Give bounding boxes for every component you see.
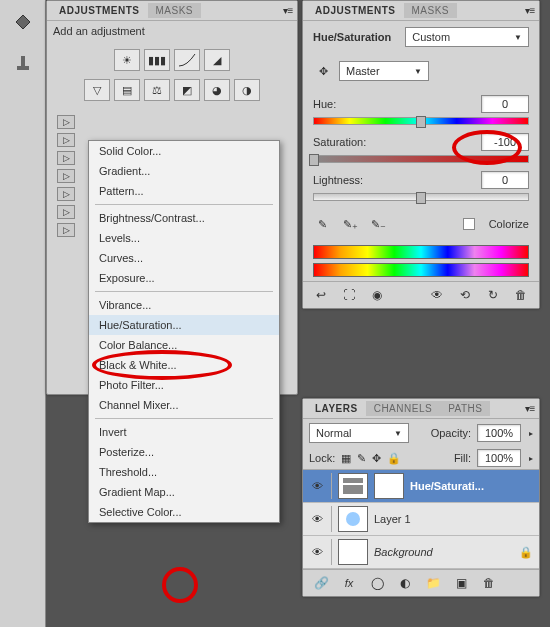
reset-default-icon[interactable]: ↻ (483, 286, 503, 304)
reset-previous-icon[interactable]: ⟲ (455, 286, 475, 304)
lock-all-icon[interactable]: 🔒 (387, 452, 401, 465)
adj-colorbalance-icon[interactable]: ⚖ (144, 79, 170, 101)
preset-expand-4[interactable]: ▷ (57, 169, 75, 183)
menu-item[interactable]: Solid Color... (89, 141, 279, 161)
adj-bw-icon[interactable]: ◩ (174, 79, 200, 101)
fill-stepper-icon[interactable]: ▸ (529, 454, 533, 463)
tab-masks-left[interactable]: MASKS (148, 3, 202, 18)
new-adjustment-layer-menu: Solid Color...Gradient...Pattern...Brigh… (88, 140, 280, 523)
panel-menu-icon-right[interactable]: ▾≡ (521, 2, 539, 20)
opacity-stepper-icon[interactable]: ▸ (529, 429, 533, 438)
opacity-label: Opacity: (431, 427, 471, 439)
adj-curves-icon[interactable] (174, 49, 200, 71)
preset-expand-2[interactable]: ▷ (57, 133, 75, 147)
layers-panel-menu-icon[interactable]: ▾≡ (521, 400, 539, 418)
layer-name[interactable]: Background (374, 546, 433, 558)
expand-view-icon[interactable]: ⛶ (339, 286, 359, 304)
layer-row[interactable]: 👁Background🔒 (303, 536, 539, 569)
tab-adjustments-right[interactable]: ADJUSTMENTS (307, 3, 404, 18)
add-mask-icon[interactable]: ◯ (367, 574, 387, 592)
fill-value[interactable]: 100% (477, 449, 521, 467)
tab-layers[interactable]: LAYERS (307, 401, 366, 416)
saturation-value[interactable]: -100 (481, 133, 529, 151)
preset-expand-6[interactable]: ▷ (57, 205, 75, 219)
menu-item[interactable]: Levels... (89, 228, 279, 248)
lock-position-icon[interactable]: ✥ (372, 452, 381, 465)
layer-thumbnail (338, 506, 368, 532)
layer-fx-icon[interactable]: fx (339, 574, 359, 592)
preset-expand-5[interactable]: ▷ (57, 187, 75, 201)
visibility-toggle-icon[interactable]: 👁 (309, 511, 325, 527)
tab-masks-right[interactable]: MASKS (404, 3, 458, 18)
tab-channels[interactable]: CHANNELS (366, 401, 440, 416)
menu-item[interactable]: Photo Filter... (89, 375, 279, 395)
lightness-slider[interactable] (313, 193, 529, 201)
menu-item[interactable]: Posterize... (89, 442, 279, 462)
delete-layer-icon[interactable]: 🗑 (479, 574, 499, 592)
menu-item[interactable]: Channel Mixer... (89, 395, 279, 415)
new-group-icon[interactable]: 📁 (423, 574, 443, 592)
return-icon[interactable]: ↩ (311, 286, 331, 304)
layer-name[interactable]: Layer 1 (374, 513, 411, 525)
visibility-toggle-icon[interactable]: 👁 (309, 544, 325, 560)
hue-label: Hue: (313, 98, 475, 110)
menu-item[interactable]: Gradient Map... (89, 482, 279, 502)
colorize-checkbox[interactable] (463, 218, 475, 230)
hue-value[interactable]: 0 (481, 95, 529, 113)
opacity-value[interactable]: 100% (477, 424, 521, 442)
chevron-down-icon: ▼ (514, 33, 522, 42)
clip-to-layer-icon[interactable]: ◉ (367, 286, 387, 304)
chevron-down-icon: ▼ (394, 429, 402, 438)
lightness-value[interactable]: 0 (481, 171, 529, 189)
menu-item[interactable]: Pattern... (89, 181, 279, 201)
delete-adjustment-icon[interactable]: 🗑 (511, 286, 531, 304)
adj-huesaturation-icon[interactable]: ▤ (114, 79, 140, 101)
eyedropper-add-icon[interactable]: ✎₊ (341, 215, 359, 233)
menu-item[interactable]: Color Balance... (89, 335, 279, 355)
adj-levels-icon[interactable]: ▮▮▮ (144, 49, 170, 71)
tool-stamp-icon[interactable] (5, 44, 41, 80)
lock-image-icon[interactable]: ✎ (357, 452, 366, 465)
menu-item[interactable]: Exposure... (89, 268, 279, 288)
preset-expand-1[interactable]: ▷ (57, 115, 75, 129)
adj-exposure-icon[interactable]: ◢ (204, 49, 230, 71)
adj-channelmixer-icon[interactable]: ◑ (234, 79, 260, 101)
layer-row[interactable]: 👁Layer 1 (303, 503, 539, 536)
tool-fill-icon[interactable] (5, 4, 41, 40)
eyedropper-icon[interactable]: ✎ (313, 215, 331, 233)
adj-photofilter-icon[interactable]: ◕ (204, 79, 230, 101)
visibility-toggle-icon[interactable]: 👁 (309, 478, 325, 494)
adj-vibrance-icon[interactable]: ▽ (84, 79, 110, 101)
adjustments-subtitle: Add an adjustment (47, 21, 297, 41)
menu-item[interactable]: Curves... (89, 248, 279, 268)
targeted-adjustment-icon[interactable]: ✥ (313, 65, 333, 78)
tab-paths[interactable]: PATHS (440, 401, 490, 416)
menu-item[interactable]: Black & White... (89, 355, 279, 375)
tab-adjustments-left[interactable]: ADJUSTMENTS (51, 3, 148, 18)
hue-slider[interactable] (313, 117, 529, 125)
preset-expand-7[interactable]: ▷ (57, 223, 75, 237)
menu-item[interactable]: Threshold... (89, 462, 279, 482)
menu-item[interactable]: Hue/Saturation... (89, 315, 279, 335)
new-layer-icon[interactable]: ▣ (451, 574, 471, 592)
toggle-visibility-icon[interactable]: 👁 (427, 286, 447, 304)
adj-brightness-icon[interactable]: ☀ (114, 49, 140, 71)
menu-item[interactable]: Brightness/Contrast... (89, 208, 279, 228)
preset-dropdown[interactable]: Custom ▼ (405, 27, 529, 47)
panel-menu-icon[interactable]: ▾≡ (279, 2, 297, 20)
layer-name[interactable]: Hue/Saturati... (410, 480, 484, 492)
layer-row[interactable]: 👁Hue/Saturati... (303, 470, 539, 503)
menu-item[interactable]: Invert (89, 422, 279, 442)
layer-mask-thumbnail[interactable] (374, 473, 404, 499)
preset-expand-3[interactable]: ▷ (57, 151, 75, 165)
lock-transparent-icon[interactable]: ▦ (341, 452, 351, 465)
menu-item[interactable]: Selective Color... (89, 502, 279, 522)
menu-item[interactable]: Gradient... (89, 161, 279, 181)
saturation-slider[interactable] (313, 155, 529, 163)
blend-mode-dropdown[interactable]: Normal▼ (309, 423, 409, 443)
menu-item[interactable]: Vibrance... (89, 295, 279, 315)
link-layers-icon[interactable]: 🔗 (311, 574, 331, 592)
channel-dropdown[interactable]: Master ▼ (339, 61, 429, 81)
new-fill-adjustment-icon[interactable]: ◐ (395, 574, 415, 592)
eyedropper-subtract-icon[interactable]: ✎₋ (369, 215, 387, 233)
